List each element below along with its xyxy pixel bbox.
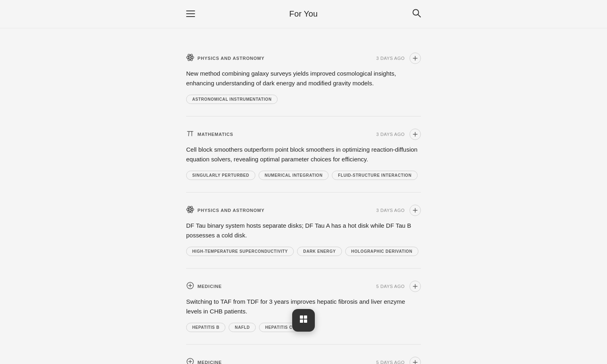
article-right: 5 DAYS AGO [376,357,421,364]
svg-rect-0 [186,11,195,11]
svg-point-8 [189,57,191,58]
medicine-icon [186,281,194,291]
app-header: For You [0,0,607,28]
svg-line-12 [189,131,189,136]
svg-rect-32 [304,315,307,319]
article-tag[interactable]: ASTRONOMICAL INSTRUMENTATION [186,95,278,104]
article-tags: ASTRONOMICAL INSTRUMENTATION [186,95,421,104]
article-tag[interactable]: HIGH-TEMPERATURE SUPERCONDUCTIVITY [186,247,294,256]
fab-icon [299,314,308,326]
page-title: For You [289,9,318,19]
article-category: MATHEMATICS [186,129,233,139]
add-article-button[interactable] [410,129,421,140]
category-label: MEDICINE [197,360,222,364]
pi-icon [186,129,194,139]
atom-icon [186,53,194,63]
article-right: 3 DAYS AGO [376,129,421,140]
article-time: 5 DAYS AGO [376,360,405,364]
svg-point-18 [189,209,191,210]
article-right: 3 DAYS AGO [376,205,421,216]
article-tag[interactable]: DARK ENERGY [297,247,342,256]
category-label: MEDICINE [197,284,222,289]
svg-rect-2 [186,16,195,17]
article-category: PHYSICS AND ASTRONOMY [186,205,265,215]
article-meta: MEDICINE 5 DAYS AGO [186,281,421,292]
article-time: 3 DAYS AGO [376,56,405,61]
article-meta: MATHEMATICS 3 DAYS AGO [186,129,421,140]
article-tag[interactable]: FLUID-STRUCTURE INTERACTION [332,171,418,180]
article-body: DF Tau binary system hosts separate disk… [186,221,421,240]
add-article-button[interactable] [410,281,421,292]
svg-line-4 [418,15,420,17]
article-tags: HIGH-TEMPERATURE SUPERCONDUCTIVITYDARK E… [186,247,421,256]
article-meta: PHYSICS AND ASTRONOMY 3 DAYS AGO [186,205,421,216]
article-right: 5 DAYS AGO [376,281,421,292]
atom-icon [186,205,194,215]
article-body: New method combining galaxy surveys yiel… [186,69,421,88]
article-card: MATHEMATICS 3 DAYS AGO Cell block smooth… [186,116,421,193]
article-category: MEDICINE [186,358,222,364]
category-label: PHYSICS AND ASTRONOMY [197,56,265,61]
svg-rect-31 [300,315,303,319]
article-meta: PHYSICS AND ASTRONOMY 3 DAYS AGO [186,53,421,64]
search-icon[interactable] [412,8,421,20]
add-article-button[interactable] [410,205,421,216]
article-body: Cell block smoothers outperform point bl… [186,145,421,164]
article-tag[interactable]: HEPATITIS B [186,323,225,332]
article-card: MEDICINE 5 DAYS AGO Frailty impairs stem… [186,345,421,364]
article-card: PHYSICS AND ASTRONOMY 3 DAYS AGO New met… [186,40,421,116]
category-label: PHYSICS AND ASTRONOMY [197,208,265,213]
article-category: PHYSICS AND ASTRONOMY [186,53,265,63]
add-article-button[interactable] [410,357,421,364]
article-card: MEDICINE 5 DAYS AGO Switching to TAF fro… [186,269,421,345]
article-tag[interactable]: HOLOGRAPHIC DERIVATION [345,247,418,256]
article-right: 3 DAYS AGO [376,53,421,64]
article-meta: MEDICINE 5 DAYS AGO [186,357,421,364]
article-time: 3 DAYS AGO [376,208,405,213]
svg-rect-1 [186,13,195,14]
svg-rect-34 [304,320,307,323]
article-tag[interactable]: NUMERICAL INTEGRATION [259,171,329,180]
article-tag[interactable]: NAFLD [229,323,256,332]
article-tag[interactable]: SINGULARLY PERTURBED [186,171,255,180]
article-category: MEDICINE [186,281,222,291]
category-label: MATHEMATICS [197,132,233,137]
article-time: 5 DAYS AGO [376,284,405,289]
article-time: 3 DAYS AGO [376,132,405,137]
medicine-icon [186,358,194,364]
svg-rect-33 [300,320,303,323]
fab-button[interactable] [292,309,315,332]
article-tags: SINGULARLY PERTURBEDNUMERICAL INTEGRATIO… [186,171,421,180]
article-card: PHYSICS AND ASTRONOMY 3 DAYS AGO DF Tau … [186,193,421,269]
add-article-button[interactable] [410,53,421,64]
menu-icon[interactable] [186,9,195,19]
